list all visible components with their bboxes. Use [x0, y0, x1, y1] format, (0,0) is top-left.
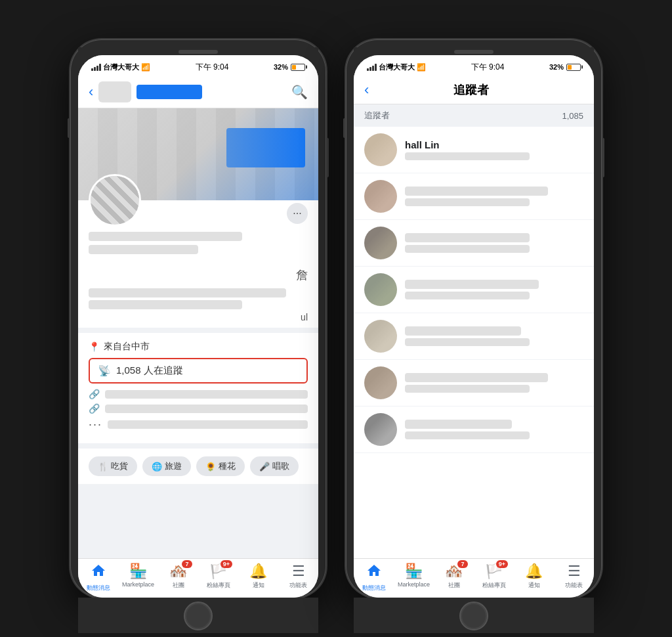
notifications-label-left: 通知	[253, 581, 264, 590]
menu-label-left: 功能表	[289, 581, 307, 590]
link-row-1: 🔗	[89, 389, 308, 399]
groups-icon-right: 🏘️ 7	[445, 563, 463, 580]
tab-bar-right: 動態消息 🏪 Marketplace 🏘️ 7 社團 🏳️ 9+	[354, 558, 594, 598]
nav-bar-right: ‹ 追蹤者	[354, 76, 594, 104]
marketplace-icon-left: 🏪	[129, 563, 147, 580]
profile-bio-section	[78, 227, 318, 265]
tag-travel: 🌐 旅遊	[142, 456, 191, 476]
follower-item-1[interactable]: hall Lin	[354, 127, 594, 173]
follower-info-3	[405, 233, 583, 253]
nav-bar-left: ‹ 🔍	[78, 76, 318, 108]
tab-marketplace-right[interactable]: 🏪 Marketplace	[394, 563, 434, 592]
followers-list: hall Lin	[354, 127, 594, 558]
link-blur-1	[105, 390, 308, 399]
search-button-left[interactable]: 🔍	[291, 84, 308, 100]
follower-item-3[interactable]	[354, 220, 594, 267]
follower-name-blur-5	[405, 326, 521, 336]
tab-bar-left: 動態消息 🏪 Marketplace 🏘️ 7 社團 🏳️ 9+	[78, 558, 318, 598]
back-button-left[interactable]: ‹	[89, 83, 93, 100]
follower-info-1: hall Lin	[405, 139, 583, 160]
follower-item-6[interactable]	[354, 360, 594, 406]
location-text: 來自台中市	[104, 341, 150, 353]
tag-singing: 🎤 唱歌	[250, 456, 299, 476]
tab-notifications-left[interactable]: 🔔 通知	[238, 563, 278, 592]
more-dots: ···	[89, 418, 102, 431]
flowers-label: 種花	[219, 460, 236, 472]
tab-pages-left[interactable]: 🏳️ 9+ 粉絲專頁	[198, 563, 238, 592]
follower-avatar-6	[364, 366, 397, 399]
page-title-right: 追蹤者	[374, 82, 568, 98]
follower-item-2[interactable]	[354, 173, 594, 220]
home-icon-right	[366, 563, 382, 582]
profile-info-section: 📍 來自台中市 📡 1,058 人在追蹤 🔗 🔗	[78, 333, 318, 443]
link-icon-1: 🔗	[89, 389, 100, 399]
status-left-right: 台灣大哥大 📶	[367, 62, 426, 72]
menu-label-right: 功能表	[565, 581, 583, 590]
followers-section-label: 追蹤者	[364, 110, 390, 121]
travel-label: 旅遊	[165, 460, 182, 472]
follower-sub-2	[405, 198, 530, 206]
followers-section-count: 1,085	[562, 111, 583, 121]
wifi-icon-left: 📶	[141, 63, 150, 72]
tab-marketplace-left[interactable]: 🏪 Marketplace	[118, 563, 158, 592]
tab-home-right[interactable]: 動態消息	[354, 563, 394, 592]
tab-home-left[interactable]: 動態消息	[78, 563, 118, 592]
tab-notifications-right[interactable]: 🔔 通知	[514, 563, 554, 592]
follower-sub-3	[405, 245, 530, 253]
follower-name-blur-3	[405, 233, 530, 242]
bell-icon-left: 🔔	[249, 563, 267, 580]
follower-item-7[interactable]	[354, 406, 594, 453]
notifications-label-right: 通知	[528, 581, 540, 590]
profile-header-section: ··· 詹 ul	[78, 108, 318, 328]
follower-avatar-2	[364, 180, 397, 213]
follower-info-6	[405, 373, 583, 393]
followers-box[interactable]: 📡 1,058 人在追蹤	[89, 358, 308, 384]
status-bar-left: 台灣大哥大 📶 下午 9:04 32%	[78, 55, 318, 76]
groups-icon-left: 🏘️ 7	[169, 563, 187, 580]
phone-screen-left: 台灣大哥大 📶 下午 9:04 32% ‹	[78, 55, 318, 598]
singing-label: 唱歌	[272, 460, 289, 472]
battery-icon-right	[566, 64, 581, 71]
follower-item-5[interactable]	[354, 313, 594, 360]
follower-avatar-7	[364, 413, 397, 446]
more-options-button[interactable]: ···	[287, 203, 308, 224]
eating-icon: 🍴	[98, 462, 108, 472]
time-left: 下午 9:04	[196, 62, 229, 73]
tab-menu-right[interactable]: ☰ 功能表	[554, 563, 594, 592]
follower-name-blur-2	[405, 187, 548, 196]
phone-left: 台灣大哥大 📶 下午 9:04 32% ‹	[70, 39, 326, 598]
pages-icon-right: 🏳️ 9+	[485, 563, 503, 580]
status-bar-right: 台灣大哥大 📶 下午 9:04 32%	[354, 55, 594, 76]
phone-top-bar-right	[354, 47, 594, 55]
menu-icon-left: ☰	[292, 563, 305, 580]
follower-info-2	[405, 187, 583, 206]
follower-name-blur-7	[405, 420, 512, 429]
groups-label-right: 社團	[448, 581, 460, 590]
pages-label-right: 粉絲專頁	[482, 581, 506, 590]
menu-icon-right: ☰	[568, 563, 581, 580]
back-button-right[interactable]: ‹	[364, 81, 369, 99]
follower-info-4	[405, 280, 583, 299]
tag-flowers: 🌻 種花	[196, 456, 245, 476]
phone-right: 台灣大哥大 📶 下午 9:04 32% ‹ 追蹤者 追蹤者	[346, 39, 602, 598]
profile-avatar	[89, 174, 141, 227]
pages-badge-left: 9+	[220, 560, 232, 568]
time-right: 下午 9:04	[471, 62, 505, 73]
tab-groups-left[interactable]: 🏘️ 7 社團	[158, 563, 198, 592]
follower-sub-5	[405, 338, 530, 346]
marketplace-icon-right: 🏪	[405, 563, 423, 580]
home-button-right[interactable]	[459, 602, 488, 630]
location-info: 📍 來自台中市	[89, 341, 308, 353]
tab-menu-left[interactable]: ☰ 功能表	[278, 563, 318, 592]
home-button-left[interactable]	[184, 602, 213, 630]
battery-pct-left: 32%	[274, 63, 288, 71]
profile-avatar-area: ···	[78, 174, 318, 227]
eating-label: 吃貨	[111, 460, 128, 472]
home-label-left: 動態消息	[87, 584, 110, 592]
status-right-left: 32%	[274, 63, 305, 71]
follower-item-4[interactable]	[354, 267, 594, 313]
more-info-blur	[108, 420, 308, 429]
tab-groups-right[interactable]: 🏘️ 7 社團	[434, 563, 474, 592]
tab-pages-right[interactable]: 🏳️ 9+ 粉絲專頁	[474, 563, 514, 592]
home-button-area-right	[354, 598, 594, 633]
